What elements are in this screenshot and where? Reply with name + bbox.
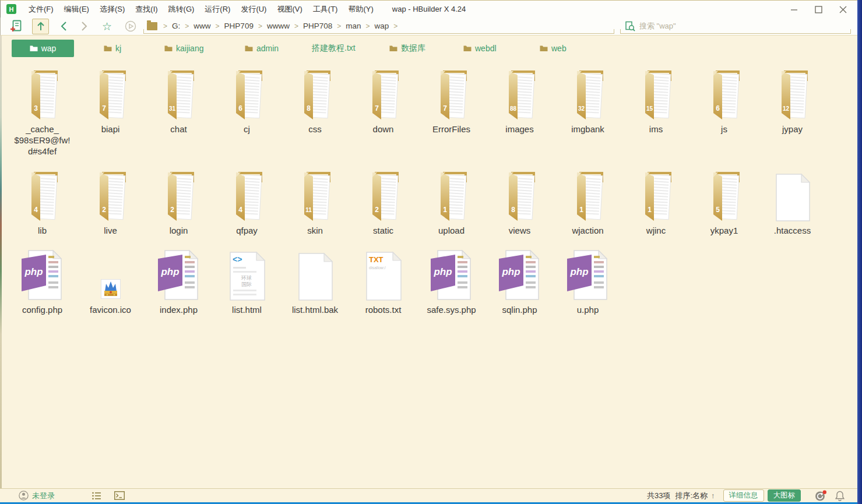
folder-item-qfpay[interactable]: 4qfpay	[213, 170, 281, 236]
file-label: images	[505, 124, 533, 135]
user-icon	[19, 491, 29, 501]
login-status[interactable]: 未登录	[19, 491, 55, 501]
tab-label: web	[551, 44, 567, 53]
back-button[interactable]	[60, 21, 67, 31]
list-view-icon[interactable]	[92, 492, 101, 500]
file-label: login	[170, 225, 188, 236]
tab-web[interactable]: web	[540, 40, 567, 57]
folder-item-js[interactable]: 6js	[690, 68, 758, 135]
file-label: chat	[170, 124, 187, 135]
tab-admin[interactable]: admin	[245, 40, 279, 57]
tab-webdl[interactable]: webdl	[463, 40, 497, 57]
new-file-button[interactable]	[10, 20, 22, 33]
breadcrumb-item[interactable]: G:	[170, 22, 182, 30]
terminal-icon[interactable]	[114, 491, 125, 500]
menu-item[interactable]: 查找(I)	[130, 1, 163, 18]
folder-item-jypay[interactable]: 12jypay	[758, 68, 826, 135]
detail-view-button[interactable]: 详细信息	[723, 489, 764, 502]
file-item-favicon.ico[interactable]: favicon.ico	[76, 249, 145, 315]
tab-label: admin	[256, 44, 279, 53]
folder-item-biapi[interactable]: 7biapi	[76, 68, 145, 135]
breadcrumb-item[interactable]: man	[343, 22, 363, 30]
breadcrumb-item[interactable]: PHP708	[301, 22, 335, 30]
folder-item-wjaction[interactable]: 1wjaction	[554, 170, 622, 236]
folder-icon	[245, 45, 253, 52]
update-notification-icon[interactable]	[815, 490, 827, 502]
folder-item-ErrorFiles[interactable]: 7ErrorFiles	[417, 68, 485, 135]
menu-item[interactable]: 选择(S)	[94, 1, 130, 18]
folder-item-skin[interactable]: 11skin	[281, 170, 349, 236]
svg-text:7: 7	[375, 104, 379, 112]
favorite-star-icon[interactable]: ☆	[102, 21, 112, 32]
file-item-config.php[interactable]: phpconfig.php	[8, 249, 76, 315]
breadcrumb-item[interactable]: www	[191, 22, 213, 30]
file-item-sqlin.php[interactable]: phpsqlin.php	[485, 249, 554, 315]
forward-button[interactable]	[81, 21, 88, 31]
menu-item[interactable]: 工具(T)	[308, 1, 343, 18]
folder-item-css[interactable]: 8css	[281, 68, 349, 135]
breadcrumb-item[interactable]: wwww	[265, 22, 292, 30]
notification-bell-icon[interactable]	[835, 491, 845, 501]
file-item-list.html[interactable]: <>环球国际list.html	[213, 249, 281, 315]
svg-text:15: 15	[646, 105, 653, 112]
folder-item-down[interactable]: 7down	[349, 68, 417, 135]
svg-text:12: 12	[782, 105, 789, 112]
file-item-robots.txt[interactable]: TXTdisallow:/robots.txt	[349, 249, 417, 315]
folder-item-imgbank[interactable]: 32imgbank	[554, 68, 622, 135]
menu-item[interactable]: 运行(R)	[199, 1, 235, 18]
menu-item[interactable]: 发行(U)	[235, 1, 272, 18]
close-button[interactable]	[834, 2, 852, 17]
folder-item-chat[interactable]: 31chat	[145, 68, 213, 135]
search-input[interactable]	[639, 22, 832, 30]
folder-icon	[540, 45, 548, 52]
folder-item-views[interactable]: 8views	[485, 170, 554, 236]
up-directory-button[interactable]	[32, 19, 49, 34]
run-button[interactable]	[125, 20, 136, 32]
status-bar: 未登录 共33项 排序:名称 ↑ 详细信息 大图标	[0, 488, 857, 502]
folder-item-ykpay1[interactable]: 5ykpay1	[690, 170, 758, 236]
svg-text:TXT: TXT	[369, 255, 383, 264]
folder-item-cj[interactable]: 6cj	[213, 68, 281, 135]
file-label: imgbank	[571, 124, 604, 135]
breadcrumb-item[interactable]: PHP709	[222, 22, 256, 30]
folder-item-live[interactable]: 2live	[76, 170, 145, 236]
desktop-edge-right	[857, 0, 862, 504]
file-item-list.html.bak[interactable]: list.html.bak	[281, 249, 349, 315]
svg-text:6: 6	[238, 104, 242, 112]
tab-搭建教程.txt[interactable]: 搭建教程.txt	[312, 40, 356, 57]
file-grid: 3_cache_ $98sER9@fw! d#s4fef7biapi31chat…	[0, 59, 857, 315]
menu-item[interactable]: 帮助(Y)	[343, 1, 378, 18]
maximize-button[interactable]	[810, 2, 827, 17]
svg-text:4: 4	[238, 206, 242, 214]
folder-item-login[interactable]: 2login	[145, 170, 213, 236]
folder-item-lib[interactable]: 4lib	[8, 170, 76, 236]
file-item-index.php[interactable]: phpindex.php	[145, 249, 213, 315]
folder-item-ims[interactable]: 15ims	[622, 68, 690, 135]
folder-item-_cache_$98sER9@fw!d#s4fef[interactable]: 3_cache_ $98sER9@fw! d#s4fef	[8, 68, 76, 157]
tab-数据库[interactable]: 数据库	[389, 40, 425, 57]
minimize-button[interactable]	[785, 2, 803, 17]
tab-wap[interactable]: wap	[12, 40, 74, 57]
sort-direction-arrow[interactable]: ↑	[711, 491, 715, 500]
folder-item-wjinc[interactable]: 1wjinc	[622, 170, 690, 236]
menu-item[interactable]: 跳转(G)	[163, 1, 200, 18]
file-label: sqlin.php	[502, 304, 537, 315]
folder-item-static[interactable]: 2static	[349, 170, 417, 236]
svg-text:1: 1	[648, 206, 652, 214]
toolbar: ☆ >G:>www>PHP709>wwww>PHP708>man>wap>	[0, 17, 857, 36]
tab-kj[interactable]: kj	[104, 40, 121, 57]
breadcrumb-item[interactable]: wap	[372, 22, 392, 30]
file-item-safe.sys.php[interactable]: phpsafe.sys.php	[417, 249, 485, 315]
tab-kaijiang[interactable]: kaijiang	[164, 40, 203, 57]
folder-icon: 4	[228, 170, 266, 222]
menu-item[interactable]: 视图(V)	[272, 1, 307, 18]
menu-item[interactable]: 文件(F)	[23, 1, 59, 18]
folder-item-images[interactable]: 88images	[485, 68, 554, 135]
large-icon-view-button[interactable]: 大图标	[768, 489, 801, 502]
file-item-.htaccess[interactable]: .htaccess	[758, 170, 826, 236]
menu-item[interactable]: 编辑(E)	[59, 1, 94, 18]
folder-item-upload[interactable]: 1upload	[417, 170, 485, 236]
php-file-icon: php	[21, 249, 64, 301]
file-item-u.php[interactable]: phpu.php	[554, 249, 622, 315]
file-label: live	[104, 225, 117, 236]
